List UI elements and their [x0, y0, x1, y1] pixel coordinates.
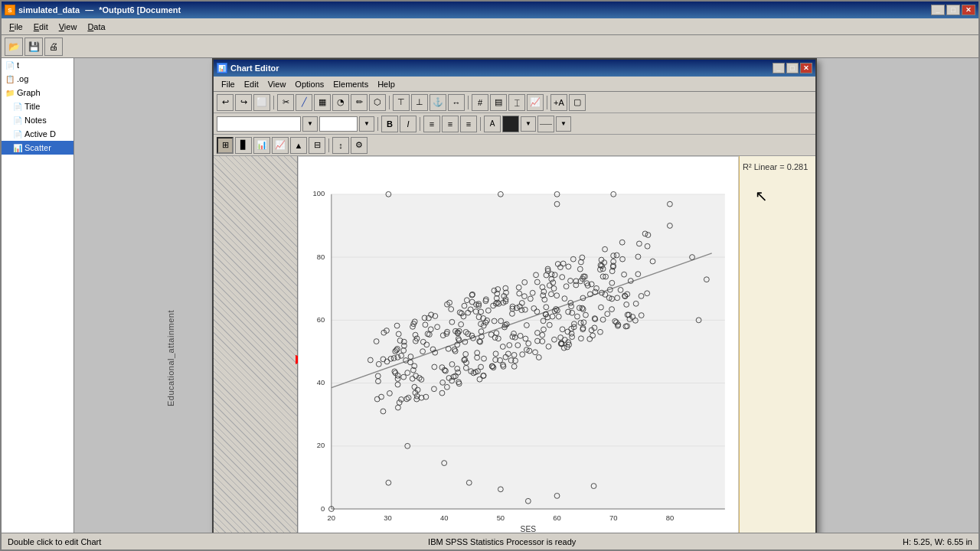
ce-titlebar-left: 📊 Chart Editor	[217, 63, 279, 73]
font-color-label[interactable]: A	[484, 116, 501, 132]
freehand-btn[interactable]: ✏	[351, 94, 368, 111]
histogram-btn[interactable]: 📊	[253, 137, 270, 154]
menu-data[interactable]: Data	[83, 21, 109, 33]
tree-item-t[interactable]: 📄 t	[2, 58, 74, 72]
redo-btn[interactable]: ↪	[235, 94, 252, 111]
increase-btn[interactable]: +A	[550, 94, 567, 111]
align-center-btn[interactable]: ≡	[442, 116, 459, 132]
sep8	[328, 139, 329, 152]
title-icon: 📄	[12, 101, 23, 112]
chart-btn[interactable]: 📈	[527, 94, 544, 111]
scatter-svg: 100 80 60 40 20 0 20 30 40	[299, 157, 738, 533]
align-top-btn[interactable]: ⊤	[393, 94, 410, 111]
font-dropdown[interactable]: ▼	[302, 116, 318, 132]
spss-statusbar: Double click to edit Chart IBM SPSS Stat…	[2, 533, 978, 549]
bar-group-btn[interactable]: ▦	[314, 94, 331, 111]
ce-chart-type-toolbar: ⊞ ▊ 📊 📈 ▲ ⊟ ↕ ⚙	[214, 135, 815, 156]
spread-btn[interactable]: ↔	[448, 94, 465, 111]
line-chart-btn[interactable]: 📈	[272, 137, 289, 154]
line-style-btn[interactable]: ——	[537, 116, 554, 132]
tree-item-notes[interactable]: 📄 Notes	[2, 113, 74, 127]
spss-content: 📄 t 📋 .og 📁 Graph 📄 Title 📄 Notes	[2, 58, 978, 533]
ce-menu-edit[interactable]: Edit	[240, 78, 263, 90]
spss-titlebar-left: S simulated_data — *Output6 [Document	[5, 5, 181, 15]
open-file-btn[interactable]: 📂	[5, 37, 23, 56]
italic-btn[interactable]: I	[400, 116, 416, 132]
pie-btn[interactable]: ◔	[332, 94, 349, 111]
ce-menu-elements[interactable]: Elements	[328, 78, 373, 90]
align-mid-btn[interactable]: ⊥	[411, 94, 428, 111]
chart-props-btn[interactable]: ⚙	[351, 137, 368, 154]
menu-file[interactable]: File	[5, 21, 28, 33]
text-anchor-btn[interactable]: ⌶	[508, 94, 525, 111]
ce-menubar: File Edit View Options Elements Help	[214, 77, 815, 92]
outer-window: S simulated_data — *Output6 [Document _ …	[0, 0, 980, 551]
ce-right-panel: R² Linear = 0.281 ↖	[739, 156, 815, 533]
menu-edit[interactable]: Edit	[29, 21, 53, 33]
cut-btn[interactable]: ✂	[277, 94, 294, 111]
ce-minimize-btn[interactable]: _	[773, 63, 785, 73]
ce-window-controls: _ □ ✕	[773, 63, 812, 73]
tree-item-graph[interactable]: 📁 Graph	[2, 86, 74, 99]
box-plot-btn[interactable]: ⊟	[309, 137, 325, 154]
menu-view[interactable]: View	[54, 21, 82, 33]
svg-text:SES: SES	[521, 525, 537, 533]
spss-coords: H: 5.25, W: 6.55 in	[903, 537, 972, 546]
area-chart-btn[interactable]: ▲	[290, 137, 307, 154]
bold-btn[interactable]: B	[381, 116, 398, 132]
sep2	[389, 96, 390, 109]
select-frame-btn[interactable]: ⬜	[253, 94, 270, 111]
spss-app-icon: S	[5, 5, 15, 15]
selected-chart-type-btn[interactable]: ⊞	[217, 137, 234, 154]
tree-item-log[interactable]: 📋 .og	[2, 72, 74, 86]
spss-close-btn[interactable]: ✕	[962, 5, 975, 15]
ce-menu-help[interactable]: Help	[373, 78, 400, 90]
ce-close-btn[interactable]: ✕	[800, 63, 812, 73]
sep5	[377, 117, 378, 131]
sep7	[480, 117, 481, 131]
tree-item-scatter[interactable]: 📊 Scatter	[2, 141, 74, 155]
anchor-btn[interactable]: ⚓	[430, 94, 446, 111]
save-btn[interactable]: 💾	[24, 37, 43, 56]
svg-text:100: 100	[313, 189, 325, 197]
bar-chart-btn[interactable]: ▊	[235, 137, 252, 154]
print-btn[interactable]: 🖨	[44, 37, 63, 56]
output-icon: 📄	[5, 60, 15, 70]
fill-color-dropdown[interactable]: ▼	[521, 116, 536, 132]
ce-menu-view[interactable]: View	[263, 78, 291, 90]
more-chart-btn[interactable]: ↕	[332, 137, 349, 154]
align-left-btn[interactable]: ≡	[423, 116, 440, 132]
grid-btn[interactable]: #	[472, 94, 488, 111]
spss-window-controls: _ □ ✕	[931, 5, 975, 15]
fill-color-btn[interactable]	[502, 116, 519, 132]
svg-text:40: 40	[440, 514, 448, 522]
spss-maximize-btn[interactable]: □	[946, 5, 960, 15]
scatter-plot-area: 100 80 60 40 20 0 20 30 40	[298, 156, 739, 533]
tree-label-notes: Notes	[24, 116, 47, 125]
log-icon: 📋	[5, 73, 15, 84]
align-right-btn[interactable]: ≡	[460, 116, 477, 132]
table-btn[interactable]: ▤	[490, 94, 507, 111]
doc-area: 📊 Chart Editor _ □ ✕ File Edit Vie	[74, 58, 978, 533]
spss-window-title: simulated_data	[18, 5, 80, 15]
cursor-indicator: ↖	[755, 187, 768, 205]
tree-item-title[interactable]: 📄 Title	[2, 99, 74, 113]
line-style-dropdown[interactable]: ▼	[556, 116, 571, 132]
ce-menu-options[interactable]: Options	[290, 78, 328, 90]
tree-label-active: Active D	[24, 129, 56, 139]
undo-btn[interactable]: ↩	[217, 94, 234, 111]
spss-minimize-btn[interactable]: _	[931, 5, 945, 15]
marquee-btn[interactable]: ⬡	[369, 94, 386, 111]
spss-menubar: File Edit View Data	[2, 18, 978, 35]
ce-menu-file[interactable]: File	[217, 78, 240, 90]
font-size-input[interactable]	[319, 116, 358, 132]
svg-text:80: 80	[666, 514, 674, 522]
tree-item-active[interactable]: 📄 Active D	[2, 127, 74, 141]
font-name-input[interactable]	[217, 116, 301, 132]
size-dropdown[interactable]: ▼	[359, 116, 374, 132]
ce-restore-btn[interactable]: □	[786, 63, 799, 73]
spss-toolbar: 📂 💾 🖨	[2, 35, 978, 58]
line-btn[interactable]: ╱	[296, 94, 312, 111]
outer-frame-btn[interactable]: ▢	[569, 94, 586, 111]
note-icon: 📄	[12, 115, 23, 126]
